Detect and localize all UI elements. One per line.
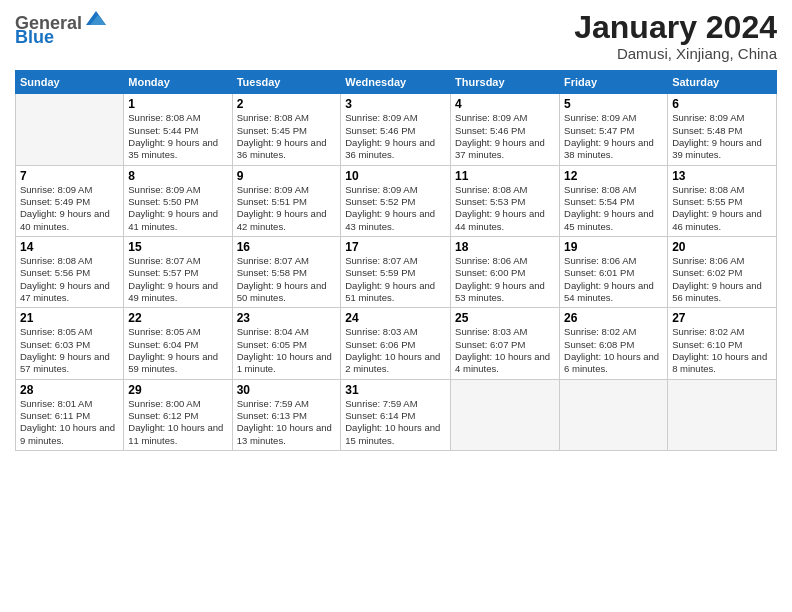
day-number: 21 [20,311,119,325]
cell-content: Sunrise: 8:08 AM Sunset: 5:56 PM Dayligh… [20,255,119,304]
cell-content: Sunrise: 8:07 AM Sunset: 5:58 PM Dayligh… [237,255,337,304]
day-number: 19 [564,240,663,254]
cell-content: Sunrise: 8:08 AM Sunset: 5:53 PM Dayligh… [455,184,555,233]
cell-content: Sunrise: 8:04 AM Sunset: 6:05 PM Dayligh… [237,326,337,375]
cell-content: Sunrise: 8:09 AM Sunset: 5:46 PM Dayligh… [345,112,446,161]
day-header: Thursday [451,71,560,94]
day-number: 14 [20,240,119,254]
calendar-cell [668,379,777,450]
calendar-cell: 21Sunrise: 8:05 AM Sunset: 6:03 PM Dayli… [16,308,124,379]
calendar-cell: 2Sunrise: 8:08 AM Sunset: 5:45 PM Daylig… [232,94,341,165]
day-number: 29 [128,383,227,397]
calendar-cell [451,379,560,450]
calendar-cell: 28Sunrise: 8:01 AM Sunset: 6:11 PM Dayli… [16,379,124,450]
cell-content: Sunrise: 8:09 AM Sunset: 5:47 PM Dayligh… [564,112,663,161]
calendar-cell: 27Sunrise: 8:02 AM Sunset: 6:10 PM Dayli… [668,308,777,379]
day-number: 10 [345,169,446,183]
day-header: Sunday [16,71,124,94]
calendar-cell: 9Sunrise: 8:09 AM Sunset: 5:51 PM Daylig… [232,165,341,236]
day-number: 23 [237,311,337,325]
calendar-cell: 5Sunrise: 8:09 AM Sunset: 5:47 PM Daylig… [560,94,668,165]
day-number: 9 [237,169,337,183]
calendar-cell: 3Sunrise: 8:09 AM Sunset: 5:46 PM Daylig… [341,94,451,165]
calendar-cell: 17Sunrise: 8:07 AM Sunset: 5:59 PM Dayli… [341,236,451,307]
day-number: 2 [237,97,337,111]
cell-content: Sunrise: 8:08 AM Sunset: 5:55 PM Dayligh… [672,184,772,233]
day-number: 27 [672,311,772,325]
calendar-table: SundayMondayTuesdayWednesdayThursdayFrid… [15,70,777,451]
day-number: 24 [345,311,446,325]
cell-content: Sunrise: 8:06 AM Sunset: 6:01 PM Dayligh… [564,255,663,304]
calendar-cell: 4Sunrise: 8:09 AM Sunset: 5:46 PM Daylig… [451,94,560,165]
day-number: 17 [345,240,446,254]
calendar-cell: 24Sunrise: 8:03 AM Sunset: 6:06 PM Dayli… [341,308,451,379]
calendar-cell: 30Sunrise: 7:59 AM Sunset: 6:13 PM Dayli… [232,379,341,450]
cell-content: Sunrise: 8:09 AM Sunset: 5:48 PM Dayligh… [672,112,772,161]
day-number: 28 [20,383,119,397]
day-header: Friday [560,71,668,94]
cell-content: Sunrise: 8:08 AM Sunset: 5:54 PM Dayligh… [564,184,663,233]
calendar-cell: 26Sunrise: 8:02 AM Sunset: 6:08 PM Dayli… [560,308,668,379]
cell-content: Sunrise: 8:02 AM Sunset: 6:10 PM Dayligh… [672,326,772,375]
cell-content: Sunrise: 8:07 AM Sunset: 5:59 PM Dayligh… [345,255,446,304]
calendar-cell: 15Sunrise: 8:07 AM Sunset: 5:57 PM Dayli… [124,236,232,307]
day-number: 15 [128,240,227,254]
calendar-cell: 7Sunrise: 8:09 AM Sunset: 5:49 PM Daylig… [16,165,124,236]
cell-content: Sunrise: 8:09 AM Sunset: 5:49 PM Dayligh… [20,184,119,233]
calendar-cell: 6Sunrise: 8:09 AM Sunset: 5:48 PM Daylig… [668,94,777,165]
calendar-cell: 19Sunrise: 8:06 AM Sunset: 6:01 PM Dayli… [560,236,668,307]
day-number: 3 [345,97,446,111]
cell-content: Sunrise: 7:59 AM Sunset: 6:13 PM Dayligh… [237,398,337,447]
calendar-cell: 31Sunrise: 7:59 AM Sunset: 6:14 PM Dayli… [341,379,451,450]
main-title: January 2024 [574,10,777,45]
day-number: 11 [455,169,555,183]
cell-content: Sunrise: 8:06 AM Sunset: 6:02 PM Dayligh… [672,255,772,304]
title-block: January 2024 Damusi, Xinjiang, China [574,10,777,62]
day-number: 1 [128,97,227,111]
day-number: 8 [128,169,227,183]
cell-content: Sunrise: 8:05 AM Sunset: 6:04 PM Dayligh… [128,326,227,375]
page: General Blue January 2024 Damusi, Xinjia… [0,0,792,612]
cell-content: Sunrise: 8:09 AM Sunset: 5:52 PM Dayligh… [345,184,446,233]
calendar-cell: 8Sunrise: 8:09 AM Sunset: 5:50 PM Daylig… [124,165,232,236]
day-number: 18 [455,240,555,254]
calendar-cell [16,94,124,165]
cell-content: Sunrise: 8:08 AM Sunset: 5:44 PM Dayligh… [128,112,227,161]
day-number: 7 [20,169,119,183]
day-number: 30 [237,383,337,397]
calendar-cell: 14Sunrise: 8:08 AM Sunset: 5:56 PM Dayli… [16,236,124,307]
cell-content: Sunrise: 8:05 AM Sunset: 6:03 PM Dayligh… [20,326,119,375]
cell-content: Sunrise: 8:03 AM Sunset: 6:07 PM Dayligh… [455,326,555,375]
day-number: 16 [237,240,337,254]
cell-content: Sunrise: 8:06 AM Sunset: 6:00 PM Dayligh… [455,255,555,304]
day-number: 20 [672,240,772,254]
day-number: 31 [345,383,446,397]
cell-content: Sunrise: 8:08 AM Sunset: 5:45 PM Dayligh… [237,112,337,161]
logo: General Blue [15,14,108,46]
cell-content: Sunrise: 8:09 AM Sunset: 5:50 PM Dayligh… [128,184,227,233]
calendar-cell: 11Sunrise: 8:08 AM Sunset: 5:53 PM Dayli… [451,165,560,236]
cell-content: Sunrise: 8:00 AM Sunset: 6:12 PM Dayligh… [128,398,227,447]
calendar-cell: 25Sunrise: 8:03 AM Sunset: 6:07 PM Dayli… [451,308,560,379]
day-number: 4 [455,97,555,111]
calendar-cell: 13Sunrise: 8:08 AM Sunset: 5:55 PM Dayli… [668,165,777,236]
logo-blue-text: Blue [15,28,54,46]
calendar-cell: 12Sunrise: 8:08 AM Sunset: 5:54 PM Dayli… [560,165,668,236]
day-number: 26 [564,311,663,325]
day-number: 12 [564,169,663,183]
calendar-cell: 10Sunrise: 8:09 AM Sunset: 5:52 PM Dayli… [341,165,451,236]
cell-content: Sunrise: 8:09 AM Sunset: 5:46 PM Dayligh… [455,112,555,161]
subtitle: Damusi, Xinjiang, China [574,45,777,62]
calendar-cell: 1Sunrise: 8:08 AM Sunset: 5:44 PM Daylig… [124,94,232,165]
calendar-cell: 23Sunrise: 8:04 AM Sunset: 6:05 PM Dayli… [232,308,341,379]
cell-content: Sunrise: 8:03 AM Sunset: 6:06 PM Dayligh… [345,326,446,375]
day-number: 22 [128,311,227,325]
calendar-cell: 18Sunrise: 8:06 AM Sunset: 6:00 PM Dayli… [451,236,560,307]
day-header: Saturday [668,71,777,94]
day-header: Wednesday [341,71,451,94]
day-number: 13 [672,169,772,183]
calendar-cell: 29Sunrise: 8:00 AM Sunset: 6:12 PM Dayli… [124,379,232,450]
cell-content: Sunrise: 8:07 AM Sunset: 5:57 PM Dayligh… [128,255,227,304]
day-header: Tuesday [232,71,341,94]
cell-content: Sunrise: 8:02 AM Sunset: 6:08 PM Dayligh… [564,326,663,375]
